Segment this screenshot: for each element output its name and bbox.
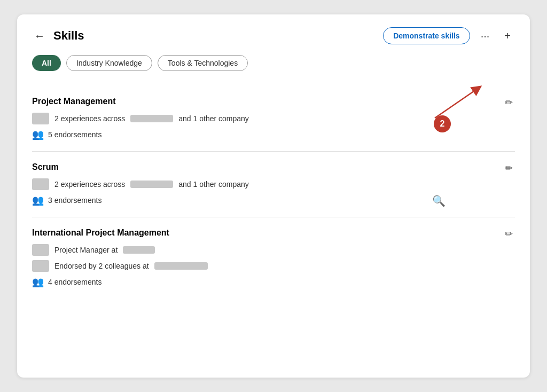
skill-detail-experiences-scrum: 2 experiences across and 1 other company [32, 178, 515, 190]
job-title-text-ipm: Project Manager at [54, 246, 118, 254]
experiences-text-scrum: 2 experiences across [54, 180, 125, 189]
annotation-circle-2: 2 [434, 115, 451, 132]
page-title: Skills [53, 29, 84, 43]
people-icon-ipm: 👥 [32, 276, 44, 288]
edit-button-international-pm[interactable]: ✏ [503, 228, 515, 240]
more-options-button[interactable]: ··· [476, 28, 494, 43]
colleague-name-blurred-ipm [154, 262, 208, 270]
tab-all[interactable]: All [32, 55, 61, 71]
skill-section-project-management: Project Management ✏ 2 experiences acros… [32, 86, 515, 152]
magnify-icon: 🔍 [432, 194, 446, 207]
skill-name-international-pm: International Project Management [32, 228, 169, 238]
demonstrate-skills-button[interactable]: Demonstrate skills [383, 27, 470, 44]
skill-detail-endorsed-ipm: Endorsed by 2 colleagues at [32, 260, 515, 272]
tab-industry-knowledge[interactable]: Industry Knowledge [66, 55, 152, 71]
people-icon-pm: 👥 [32, 129, 44, 140]
endorsements-row-ipm: 👥 4 endorsements [32, 276, 515, 288]
header-right: Demonstrate skills ··· + [383, 27, 515, 44]
experiences-suffix-scrum: and 1 other company [178, 180, 249, 189]
skill-detail-job-title-ipm: Project Manager at [32, 244, 515, 256]
skill-header-scrum: Scrum ✏ [32, 162, 515, 178]
experiences-suffix-pm: and 1 other company [178, 114, 249, 123]
colleague-avatar-ipm [32, 260, 49, 272]
company-name-blurred-scrum [130, 181, 173, 188]
header-left: ← Skills [32, 28, 84, 43]
add-button[interactable]: + [500, 28, 515, 43]
endorsed-by-text-ipm: Endorsed by 2 colleagues at [54, 262, 149, 270]
skill-name-project-management: Project Management [32, 97, 115, 106]
company-avatar-pm [32, 113, 49, 124]
company-avatar-scrum [32, 178, 49, 190]
company-avatar-ipm [32, 244, 49, 256]
endorsements-count-pm: 5 endorsements [48, 130, 101, 139]
endorsements-count-scrum: 3 endorsements [48, 196, 101, 205]
skill-section-international-pm: International Project Management ✏ Proje… [32, 217, 515, 299]
filter-tabs: All Industry Knowledge Tools & Technolog… [32, 55, 515, 71]
skill-header-project-management: Project Management ✏ [32, 97, 515, 113]
skill-name-scrum: Scrum [32, 162, 59, 172]
endorsements-count-ipm: 4 endorsements [48, 278, 101, 286]
back-button[interactable]: ← [32, 28, 47, 43]
company-name-blurred-pm [130, 115, 173, 122]
edit-button-scrum[interactable]: ✏ [503, 162, 515, 174]
edit-button-project-management[interactable]: ✏ [503, 97, 515, 108]
company-name-blurred-ipm [123, 246, 155, 254]
header: ← Skills Demonstrate skills ··· + [32, 27, 515, 44]
experiences-text-pm: 2 experiences across [54, 114, 125, 123]
people-icon-scrum: 👥 [32, 194, 44, 206]
skills-card: ← Skills Demonstrate skills ··· + All In… [17, 14, 530, 378]
skill-section-scrum: Scrum ✏ 2 experiences across and 1 other… [32, 152, 515, 217]
skill-header-international-pm: International Project Management ✏ [32, 228, 515, 244]
tab-tools-technologies[interactable]: Tools & Technologies [158, 55, 248, 71]
